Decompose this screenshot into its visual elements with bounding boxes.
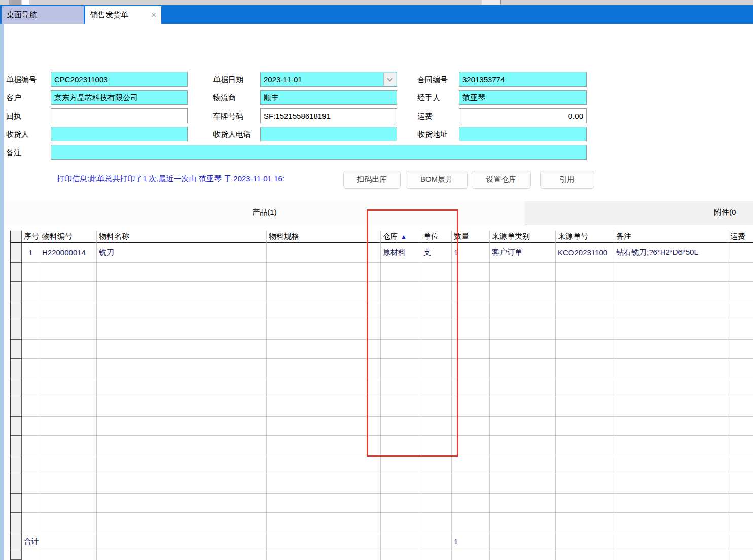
empty-cell[interactable] xyxy=(97,359,267,378)
empty-cell[interactable] xyxy=(22,494,40,513)
empty-cell[interactable] xyxy=(490,397,556,417)
empty-cell[interactable] xyxy=(490,551,556,560)
empty-cell[interactable] xyxy=(22,551,40,560)
tab-sales-delivery-order[interactable]: 销售发货单 × xyxy=(85,6,161,24)
tab-desktop-navigation[interactable]: 桌面导航 xyxy=(2,6,84,24)
empty-cell[interactable] xyxy=(267,532,381,551)
empty-cell[interactable] xyxy=(267,340,381,359)
empty-cell[interactable] xyxy=(97,378,267,397)
empty-cell[interactable] xyxy=(728,494,753,513)
col-header-source-no[interactable]: 来源单号 xyxy=(556,231,614,243)
handler-field[interactable]: 范亚琴 xyxy=(459,90,587,105)
doc-no-field[interactable]: CPC202311003 xyxy=(51,72,188,87)
bom-expand-button[interactable]: BOM展开 xyxy=(406,171,468,189)
empty-cell[interactable] xyxy=(22,301,40,320)
empty-cell[interactable] xyxy=(267,513,381,532)
row-indicator[interactable] xyxy=(11,378,22,397)
col-header-item-no[interactable]: 物料编号 xyxy=(40,231,97,243)
empty-cell[interactable] xyxy=(267,436,381,455)
empty-cell[interactable] xyxy=(97,455,267,474)
empty-cell[interactable] xyxy=(267,359,381,378)
empty-cell[interactable] xyxy=(40,282,97,301)
cell-freight[interactable] xyxy=(728,243,753,263)
empty-cell[interactable] xyxy=(614,397,728,417)
empty-cell[interactable] xyxy=(40,551,97,560)
empty-cell[interactable] xyxy=(381,455,421,474)
empty-cell[interactable] xyxy=(490,513,556,532)
empty-cell[interactable] xyxy=(97,263,267,282)
address-field[interactable] xyxy=(459,127,587,141)
empty-cell[interactable] xyxy=(22,513,40,532)
empty-cell[interactable] xyxy=(614,378,728,397)
empty-cell[interactable] xyxy=(22,359,40,378)
row-indicator[interactable] xyxy=(11,340,22,359)
empty-cell[interactable] xyxy=(40,378,97,397)
row-indicator[interactable] xyxy=(11,532,22,551)
empty-cell[interactable] xyxy=(556,301,614,320)
empty-cell[interactable] xyxy=(421,494,452,513)
empty-cell[interactable] xyxy=(490,417,556,436)
empty-cell[interactable] xyxy=(97,282,267,301)
empty-cell[interactable] xyxy=(22,474,40,494)
empty-cell[interactable] xyxy=(40,263,97,282)
freight-field[interactable]: 0.00 xyxy=(459,108,587,123)
empty-cell[interactable] xyxy=(40,359,97,378)
empty-cell[interactable] xyxy=(40,340,97,359)
empty-cell[interactable] xyxy=(40,436,97,455)
empty-cell[interactable] xyxy=(40,494,97,513)
empty-cell[interactable] xyxy=(97,474,267,494)
empty-cell[interactable] xyxy=(267,494,381,513)
cell-spec[interactable] xyxy=(267,243,381,263)
col-header-item-name[interactable]: 物料名称 xyxy=(97,231,267,243)
empty-cell[interactable] xyxy=(22,417,40,436)
empty-cell[interactable] xyxy=(614,494,728,513)
cell-source-type[interactable]: 客户订单 xyxy=(490,243,556,263)
contract-no-field[interactable]: 3201353774 xyxy=(459,72,587,87)
row-indicator[interactable] xyxy=(11,301,22,320)
receipt-field[interactable] xyxy=(51,108,188,123)
scan-out-button[interactable]: 扫码出库 xyxy=(343,171,401,189)
empty-cell[interactable] xyxy=(556,282,614,301)
empty-cell[interactable] xyxy=(614,474,728,494)
empty-cell[interactable] xyxy=(381,513,421,532)
empty-cell[interactable] xyxy=(728,532,753,551)
empty-cell[interactable] xyxy=(490,378,556,397)
empty-cell[interactable] xyxy=(452,513,490,532)
consignee-field[interactable] xyxy=(51,127,188,141)
empty-cell[interactable] xyxy=(40,417,97,436)
empty-cell[interactable] xyxy=(381,551,421,560)
empty-cell[interactable] xyxy=(421,513,452,532)
empty-cell[interactable] xyxy=(556,436,614,455)
empty-cell[interactable] xyxy=(728,263,753,282)
empty-cell[interactable] xyxy=(97,551,267,560)
row-indicator[interactable] xyxy=(11,243,22,263)
empty-cell[interactable] xyxy=(421,455,452,474)
cell-remark[interactable]: 钻石铣刀;?6*H2*D6*50L xyxy=(614,243,728,263)
empty-cell[interactable] xyxy=(22,282,40,301)
empty-cell[interactable] xyxy=(556,359,614,378)
empty-cell[interactable] xyxy=(728,455,753,474)
row-indicator[interactable] xyxy=(11,320,22,340)
empty-cell[interactable] xyxy=(40,513,97,532)
empty-cell[interactable] xyxy=(490,301,556,320)
empty-cell[interactable] xyxy=(97,397,267,417)
empty-cell[interactable] xyxy=(452,551,490,560)
cell-item-name[interactable]: 铣刀 xyxy=(97,243,267,263)
empty-cell[interactable] xyxy=(22,397,40,417)
empty-cell[interactable] xyxy=(728,513,753,532)
empty-cell[interactable] xyxy=(728,359,753,378)
empty-cell[interactable] xyxy=(490,320,556,340)
empty-cell[interactable] xyxy=(421,532,452,551)
empty-cell[interactable] xyxy=(490,532,556,551)
empty-cell[interactable] xyxy=(452,474,490,494)
empty-cell[interactable] xyxy=(556,513,614,532)
row-indicator[interactable] xyxy=(11,397,22,417)
empty-cell[interactable] xyxy=(614,513,728,532)
empty-cell[interactable] xyxy=(267,455,381,474)
empty-cell[interactable] xyxy=(381,474,421,494)
empty-cell[interactable] xyxy=(421,474,452,494)
empty-cell[interactable] xyxy=(556,340,614,359)
empty-cell[interactable] xyxy=(97,513,267,532)
empty-cell[interactable] xyxy=(556,494,614,513)
row-indicator[interactable] xyxy=(11,513,22,532)
